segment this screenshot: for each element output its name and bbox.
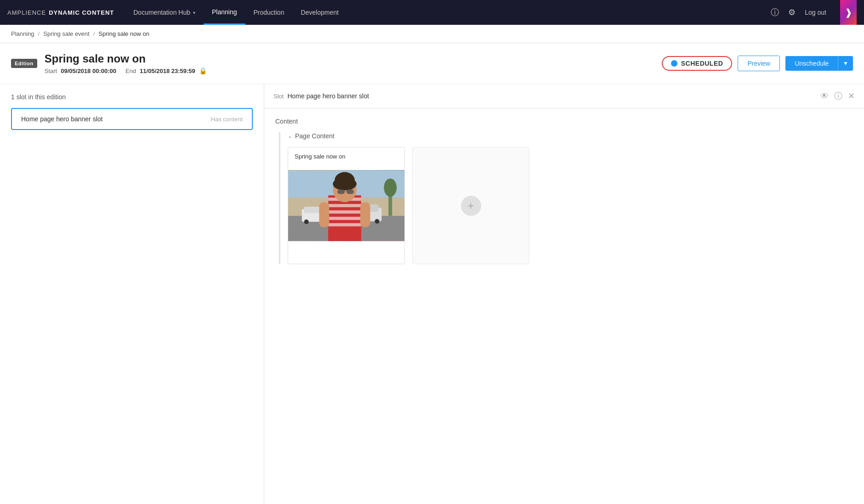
edition-actions: SCHEDULED Preview Unschedule ▼	[662, 56, 853, 71]
chevron-down-icon: ▾	[193, 10, 195, 15]
chevron-down-icon: ⌄	[288, 133, 292, 139]
svg-rect-18	[328, 223, 361, 227]
svg-point-12	[384, 178, 397, 197]
scheduled-label: SCHEDULED	[681, 60, 723, 67]
slot-label: Slot	[273, 93, 284, 100]
brand-arrow-icon: ❱	[845, 7, 853, 18]
nav-right: ⓘ ⚙ Log out ❱	[771, 0, 857, 25]
page-content-section: ⌄ Page Content Spring sale now on	[279, 132, 853, 264]
svg-rect-23	[337, 189, 345, 194]
unschedule-dropdown-button[interactable]: ▼	[838, 56, 853, 71]
slot-detail-header: Slot Home page hero banner slot 👁 ⓘ ✕	[264, 84, 864, 108]
edition-info: Spring sale now on Start 09/05/2018 00:0…	[45, 52, 662, 74]
slot-list-item[interactable]: Home page hero banner slot Has content	[11, 108, 253, 130]
content-cards: Spring sale now on	[288, 147, 853, 264]
breadcrumb-sep-2: /	[93, 30, 95, 37]
content-card-body: Spring sale now on	[288, 147, 404, 170]
card-image-svg	[288, 170, 404, 241]
brand-logo: AMPLIENCE DYNAMIC CONTENT	[7, 9, 114, 16]
content-label: Content	[275, 118, 853, 125]
svg-point-22	[333, 177, 357, 190]
slot-content-area: Content ⌄ Page Content Spring sale now o…	[264, 108, 864, 273]
add-icon: +	[461, 196, 481, 216]
eye-icon[interactable]: 👁	[820, 91, 829, 101]
breadcrumb-sep-1: /	[38, 30, 40, 37]
content-card-image	[288, 170, 404, 241]
help-icon[interactable]: ⓘ	[771, 7, 779, 18]
nav-item-docs-hub[interactable]: Documentation Hub ▾	[125, 0, 204, 25]
logout-button[interactable]: Log out	[805, 9, 826, 16]
close-icon[interactable]: ✕	[848, 91, 855, 101]
slot-detail-name: Home page hero banner slot	[287, 92, 817, 100]
slot-header-icons: 👁 ⓘ ✕	[820, 91, 855, 102]
edition-dates: Start 09/05/2018 00:00:00 End 11/05/2018…	[45, 67, 662, 74]
settings-icon[interactable]: ⚙	[788, 7, 796, 17]
slot-item-name: Home page hero banner slot	[21, 115, 102, 123]
svg-rect-16	[328, 210, 361, 214]
edition-header: Edition Spring sale now on Start 09/05/2…	[0, 43, 864, 84]
nav-items: Documentation Hub ▾ Planning Production …	[125, 0, 771, 25]
end-date: 11/05/2018 23:59:59	[140, 68, 195, 74]
svg-rect-26	[319, 202, 329, 227]
nav-item-planning[interactable]: Planning	[204, 0, 245, 25]
info-icon[interactable]: ⓘ	[834, 91, 842, 102]
unschedule-group: Unschedule ▼	[785, 56, 853, 71]
breadcrumb-spring-sale-event[interactable]: Spring sale event	[43, 30, 89, 37]
right-panel: Slot Home page hero banner slot 👁 ⓘ ✕ Co…	[264, 84, 864, 504]
unschedule-button[interactable]: Unschedule	[785, 56, 838, 71]
page-content-toggle[interactable]: ⌄ Page Content	[288, 132, 853, 140]
scheduled-dot-icon	[671, 60, 677, 67]
breadcrumb: Planning / Spring sale event / Spring sa…	[0, 25, 864, 43]
scheduled-status-badge: SCHEDULED	[662, 56, 733, 71]
preview-button[interactable]: Preview	[738, 56, 780, 71]
content-panels: 1 slot in this edition Home page hero ba…	[0, 84, 864, 504]
slots-heading: 1 slot in this edition	[11, 93, 253, 101]
left-panel: 1 slot in this edition Home page hero ba…	[0, 84, 264, 504]
add-content-card[interactable]: +	[412, 147, 529, 264]
start-label: Start	[45, 68, 57, 74]
edition-badge: Edition	[11, 59, 37, 68]
brand-amplience-text: AMPLIENCE	[7, 9, 46, 16]
svg-rect-15	[328, 204, 361, 207]
svg-rect-27	[360, 202, 370, 227]
nav-item-production[interactable]: Production	[245, 0, 293, 25]
brand-gradient-logo: ❱	[840, 0, 857, 25]
svg-rect-19	[328, 230, 361, 241]
svg-rect-17	[328, 217, 361, 220]
content-card-title: Spring sale now on	[295, 153, 398, 160]
svg-point-5	[304, 220, 309, 224]
edition-title: Spring sale now on	[45, 52, 662, 65]
start-date: 09/05/2018 00:00:00	[61, 68, 116, 74]
breadcrumb-current: Spring sale now on	[98, 30, 149, 37]
top-navigation: AMPLIENCE DYNAMIC CONTENT Documentation …	[0, 0, 864, 25]
svg-rect-24	[347, 189, 354, 194]
svg-point-10	[375, 219, 380, 224]
nav-item-development[interactable]: Development	[292, 0, 347, 25]
end-label: End	[125, 68, 136, 74]
page-content-label: Page Content	[295, 132, 335, 140]
main-content: Edition Spring sale now on Start 09/05/2…	[0, 43, 864, 504]
slot-item-status: Has content	[211, 116, 243, 123]
brand-dc-text: DYNAMIC CONTENT	[49, 9, 114, 16]
breadcrumb-planning[interactable]: Planning	[11, 30, 34, 37]
lock-icon: 🔒	[199, 67, 207, 74]
content-card[interactable]: Spring sale now on	[288, 147, 405, 264]
svg-rect-25	[345, 191, 347, 192]
